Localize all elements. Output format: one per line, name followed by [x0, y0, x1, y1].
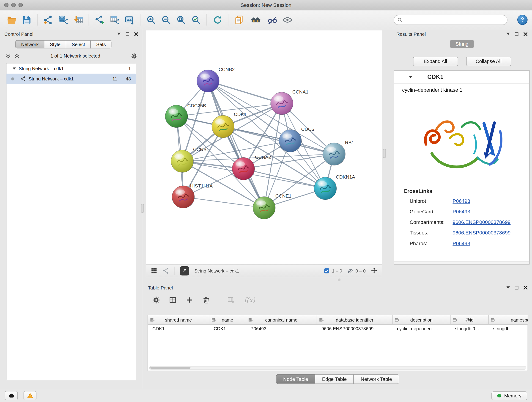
table-cell[interactable]: CDK1 — [209, 325, 246, 333]
cloud-status-button[interactable] — [5, 391, 18, 400]
table-cell[interactable]: 9606.ENSP00000378699 — [317, 325, 393, 333]
apply-layout-button[interactable] — [211, 13, 224, 27]
expand-all-icon[interactable] — [14, 53, 20, 59]
import-network-file-button[interactable] — [42, 13, 54, 27]
column-header-sharedname[interactable]: shared name — [148, 315, 209, 324]
tab-network-table[interactable]: Network Table — [354, 374, 399, 384]
tab-node-table[interactable]: Node Table — [276, 374, 315, 384]
network-view[interactable]: CCNB2CCNA1CDC25BCDK1CDC6RB1CCNB1CCNA2CDK… — [146, 30, 382, 264]
splitter-handle[interactable] — [338, 279, 341, 281]
tab-style[interactable]: Style — [44, 40, 66, 49]
table-cell[interactable]: cyclin–dependent ... — [393, 325, 451, 333]
crosslink-value[interactable]: P06493 — [452, 198, 470, 204]
disclosure-triangle-icon[interactable] — [13, 68, 16, 70]
network-node-CCNB1[interactable]: CCNB1 — [171, 147, 209, 172]
network-node-RB1[interactable]: RB1 — [323, 140, 354, 165]
selected-checkbox-icon[interactable] — [324, 268, 329, 274]
crosslink-value[interactable]: 9606.ENSP00000378699 — [452, 230, 510, 236]
copy-button[interactable] — [233, 13, 245, 27]
close-window-button[interactable] — [4, 3, 8, 7]
search-input[interactable] — [405, 17, 504, 23]
help-button[interactable]: ? — [517, 15, 528, 25]
pan-move-icon[interactable] — [371, 267, 378, 274]
network-collection-row[interactable]: String Network – cdk1 1 — [6, 64, 136, 74]
table-cell[interactable]: stringdb:9... — [450, 325, 489, 333]
collapse-all-icon[interactable] — [6, 53, 11, 59]
column-header-canonicalname[interactable]: canonical name — [246, 315, 317, 324]
close-panel-icon[interactable] — [134, 32, 138, 36]
open-session-button[interactable] — [6, 13, 18, 27]
show-columns-icon[interactable] — [169, 296, 177, 304]
column-header-description[interactable]: description — [393, 315, 451, 324]
network-edge[interactable] — [223, 127, 334, 154]
warnings-button[interactable] — [24, 391, 37, 400]
minimize-window-button[interactable] — [11, 3, 16, 7]
expand-all-button[interactable]: Expand All — [413, 57, 458, 66]
network-node-HIST1H1A[interactable]: HIST1H1A — [172, 183, 213, 208]
zoom-out-button[interactable] — [160, 13, 172, 27]
gene-header[interactable]: CDK1 — [394, 70, 530, 84]
splitter-handle[interactable] — [141, 204, 144, 213]
search-box[interactable] — [394, 15, 507, 25]
birds-eye-view-icon[interactable] — [151, 267, 157, 274]
zoom-window-button[interactable] — [18, 3, 23, 7]
network-node-CCNA1[interactable]: CCNA1 — [271, 89, 308, 115]
column-header-name[interactable]: name — [209, 315, 246, 324]
new-network-from-table-button[interactable] — [108, 13, 121, 27]
close-panel-icon[interactable] — [524, 286, 528, 290]
tab-sets[interactable]: Sets — [90, 40, 112, 49]
crosslink-value[interactable]: P06493 — [452, 209, 470, 214]
network-node-CCNB2[interactable]: CCNB2 — [197, 67, 234, 92]
hidden-eye-slash-icon[interactable] — [347, 268, 353, 274]
save-session-button[interactable] — [20, 13, 33, 27]
network-edge[interactable] — [183, 197, 264, 208]
table-settings-gear-icon[interactable] — [152, 296, 160, 304]
open-in-new-button[interactable] — [180, 266, 189, 275]
import-table-file-button[interactable] — [72, 13, 84, 27]
network-canvas[interactable]: CCNB2CCNA1CDC25BCDK1CDC6RB1CCNB1CCNA2CDK… — [146, 30, 382, 264]
table-row[interactable]: CDK1CDK1P064939606.ENSP00000378699cyclin… — [148, 325, 528, 333]
network-edge[interactable] — [208, 81, 264, 208]
panel-menu-icon[interactable] — [506, 33, 510, 35]
memory-button[interactable]: Memory — [492, 391, 527, 400]
table-cell[interactable]: stringdb — [489, 325, 528, 333]
collapse-all-button[interactable]: Collapse All — [466, 57, 511, 66]
tab-network[interactable]: Network — [15, 40, 44, 49]
string-home-button[interactable] — [248, 13, 263, 27]
panel-menu-icon[interactable] — [506, 287, 510, 289]
zoom-fit-button[interactable] — [175, 13, 187, 27]
zoom-in-button[interactable] — [145, 13, 157, 27]
column-header-databaseidentifier[interactable]: database identifier — [317, 315, 393, 324]
enhanced-labels-button[interactable] — [266, 13, 279, 27]
network-row[interactable]: String Network – cdk1 11 48 — [6, 74, 136, 84]
results-scrollbar[interactable] — [394, 261, 530, 264]
panel-menu-icon[interactable] — [117, 33, 121, 35]
close-panel-icon[interactable] — [524, 32, 528, 36]
import-network-database-button[interactable] — [57, 13, 69, 27]
tab-edge-table[interactable]: Edge Table — [315, 374, 354, 384]
gear-icon[interactable] — [131, 53, 137, 59]
float-panel-icon[interactable] — [126, 32, 129, 36]
float-panel-icon[interactable] — [515, 286, 519, 289]
column-header-namespace[interactable]: namespace — [489, 315, 528, 324]
scrollbar-thumb[interactable] — [150, 367, 191, 369]
zoom-selected-button[interactable] — [190, 13, 202, 27]
splitter-handle[interactable] — [383, 149, 386, 158]
column-header-id[interactable]: @id — [450, 315, 489, 324]
network-edge[interactable] — [208, 81, 282, 103]
table-cell[interactable]: CDK1 — [148, 325, 209, 333]
crosslink-value[interactable]: 9606.ENSP00000378699 — [452, 219, 510, 225]
new-network-button[interactable] — [94, 13, 106, 27]
float-panel-icon[interactable] — [515, 32, 519, 36]
network-node-CDK1[interactable]: CDK1 — [212, 112, 247, 138]
table-horizontal-scrollbar[interactable] — [149, 366, 526, 370]
show-structures-button[interactable] — [281, 13, 293, 27]
export-image-button[interactable] — [123, 13, 136, 27]
table-cell[interactable]: P06493 — [246, 325, 317, 333]
add-column-icon[interactable] — [186, 296, 193, 304]
share-network-icon[interactable] — [163, 267, 170, 274]
tab-select[interactable]: Select — [66, 40, 91, 49]
collapse-gene-icon[interactable] — [409, 76, 412, 78]
crosslink-value[interactable]: P06493 — [452, 240, 470, 246]
delete-column-icon[interactable] — [203, 296, 210, 304]
